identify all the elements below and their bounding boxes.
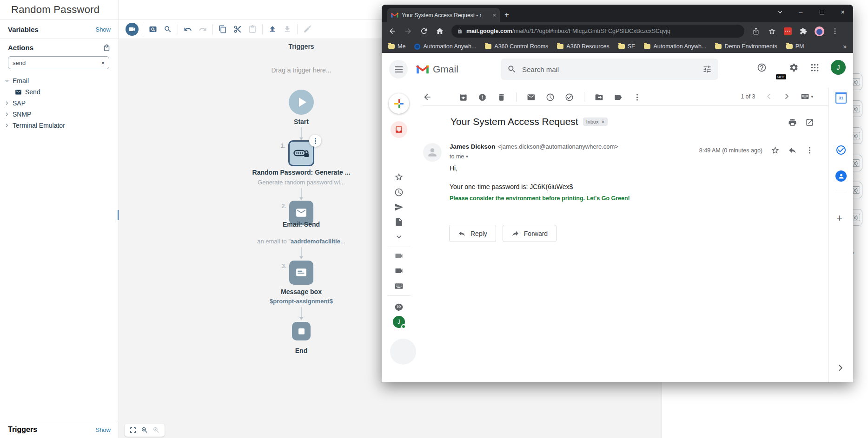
get-addons-button[interactable]: + xyxy=(836,212,842,224)
delete-icon[interactable] xyxy=(497,93,506,102)
help-icon[interactable] xyxy=(757,63,767,72)
minimize-button[interactable]: – xyxy=(790,5,811,20)
undo-button[interactable] xyxy=(180,22,195,37)
remove-label-icon[interactable]: × xyxy=(602,119,604,124)
share-icon[interactable] xyxy=(749,24,763,38)
main-menu-icon[interactable] xyxy=(389,60,408,78)
sender-avatar[interactable] xyxy=(423,143,442,162)
older-email-icon[interactable] xyxy=(782,92,791,101)
copy-button[interactable] xyxy=(215,22,230,37)
star-email-icon[interactable] xyxy=(771,146,780,155)
tree-item-email-send[interactable]: Send xyxy=(0,86,119,98)
reply-icon[interactable] xyxy=(788,146,797,155)
keep-icon[interactable] xyxy=(835,118,847,130)
find-in-flow-icon[interactable] xyxy=(146,22,160,37)
search-mail-input[interactable]: Search mail xyxy=(501,59,718,80)
meet-join-meeting-icon[interactable] xyxy=(394,266,404,275)
tab-close-icon[interactable]: × xyxy=(492,12,496,19)
chevron-right-icon[interactable] xyxy=(4,100,10,106)
settings-gear-icon[interactable] xyxy=(789,63,799,72)
mark-unread-icon[interactable] xyxy=(527,93,536,102)
more-options-icon[interactable] xyxy=(633,93,642,102)
back-button[interactable] xyxy=(385,24,399,38)
new-tab-button[interactable]: + xyxy=(504,10,509,20)
actions-search-input[interactable]: send × xyxy=(8,56,109,69)
tree-item-email[interactable]: Email xyxy=(0,75,119,86)
message-more-icon[interactable] xyxy=(805,146,814,155)
node-menu-button[interactable] xyxy=(309,135,321,147)
back-to-inbox-icon[interactable] xyxy=(423,92,432,102)
bookmark-item[interactable]: PM xyxy=(786,43,804,50)
bookmark-item[interactable]: Automation Anywh... xyxy=(644,43,706,50)
report-spam-icon[interactable] xyxy=(478,93,487,102)
triggers-show-link[interactable]: Show xyxy=(95,426,111,433)
forward-button[interactable]: Forward xyxy=(503,225,557,242)
redo-button[interactable] xyxy=(195,22,210,37)
import-button[interactable] xyxy=(280,22,295,37)
lock-icon[interactable] xyxy=(457,28,463,34)
end-node[interactable] xyxy=(292,322,311,340)
bot-store-icon[interactable] xyxy=(103,44,111,52)
chevron-down-icon[interactable] xyxy=(4,78,10,84)
inbox-label-chip[interactable]: Inbox× xyxy=(583,118,608,126)
bookmark-item[interactable]: Me xyxy=(388,43,405,50)
account-avatar[interactable]: J xyxy=(831,60,846,75)
bookmark-item[interactable]: Demo Environments xyxy=(715,43,777,50)
bookmarks-overflow-icon[interactable]: » xyxy=(843,43,847,50)
bookmark-item[interactable]: SE xyxy=(618,43,636,50)
chevron-right-icon[interactable] xyxy=(4,111,10,117)
forward-button[interactable] xyxy=(401,24,415,38)
address-bar[interactable]: mail.google.com/mail/u/1/?ogbl#inbox/FMf… xyxy=(451,25,744,38)
recipient-details[interactable]: to me▾ xyxy=(450,153,618,160)
paste-button[interactable] xyxy=(245,22,260,37)
bookmark-star-icon[interactable] xyxy=(765,24,779,38)
extensions-puzzle-icon[interactable] xyxy=(796,24,810,38)
contacts-icon[interactable] xyxy=(835,170,847,182)
bookmark-item[interactable]: A360 Control Rooms xyxy=(485,43,548,50)
input-tools-icon[interactable]: ▾ xyxy=(801,92,813,101)
print-icon[interactable] xyxy=(788,118,797,127)
fit-to-screen-button[interactable] xyxy=(129,426,137,434)
search-icon[interactable] xyxy=(507,65,517,74)
tree-item-sap[interactable]: SAP xyxy=(0,98,119,109)
chat-avatar[interactable]: J xyxy=(393,316,405,328)
record-button[interactable] xyxy=(126,23,139,36)
start-node[interactable] xyxy=(289,90,314,115)
close-window-button[interactable]: × xyxy=(832,5,853,20)
sidebar-item-sent[interactable] xyxy=(394,203,404,212)
sidebar-item-inbox[interactable] xyxy=(391,121,407,138)
search-options-icon[interactable] xyxy=(702,65,712,74)
browser-profile-avatar[interactable] xyxy=(812,24,826,38)
clear-search-icon[interactable]: × xyxy=(101,59,105,66)
sidebar-item-starred[interactable] xyxy=(394,172,404,182)
tasks-icon[interactable] xyxy=(835,144,847,156)
google-apps-icon[interactable] xyxy=(810,63,820,72)
collapse-panel-icon[interactable] xyxy=(835,363,846,373)
reply-button[interactable]: Reply xyxy=(449,225,496,242)
newer-email-icon[interactable] xyxy=(764,92,773,101)
maximize-button[interactable] xyxy=(811,5,832,20)
search-icon[interactable] xyxy=(160,22,175,37)
zoom-in-button[interactable] xyxy=(152,426,160,434)
calendar-icon[interactable]: 31 xyxy=(835,92,847,104)
sidebar-item-snoozed[interactable] xyxy=(394,188,404,197)
node-message-box[interactable] xyxy=(289,261,313,285)
browser-menu-icon[interactable] xyxy=(828,24,842,38)
bookmark-item[interactable]: A360 Resources xyxy=(557,43,609,50)
tree-item-terminal-emulator[interactable]: Terminal Emulator xyxy=(0,120,119,131)
meet-enter-code-icon[interactable] xyxy=(394,281,404,291)
archive-icon[interactable] xyxy=(459,93,468,102)
move-to-icon[interactable] xyxy=(595,93,603,102)
chevron-right-icon[interactable] xyxy=(4,123,10,128)
variables-show-link[interactable]: Show xyxy=(95,26,111,33)
hangouts-icon[interactable] xyxy=(394,303,404,312)
browser-tab[interactable]: Your System Access Request - aa × xyxy=(387,8,500,22)
open-in-new-icon[interactable] xyxy=(805,118,814,127)
cut-button[interactable] xyxy=(230,22,245,37)
labels-icon[interactable] xyxy=(614,93,623,102)
sidebar-item-drafts[interactable] xyxy=(394,217,404,227)
details-dropdown-icon[interactable]: ▾ xyxy=(466,154,468,159)
snooze-icon[interactable] xyxy=(546,93,555,102)
add-to-tasks-icon[interactable] xyxy=(565,93,574,102)
export-button[interactable] xyxy=(265,22,280,37)
